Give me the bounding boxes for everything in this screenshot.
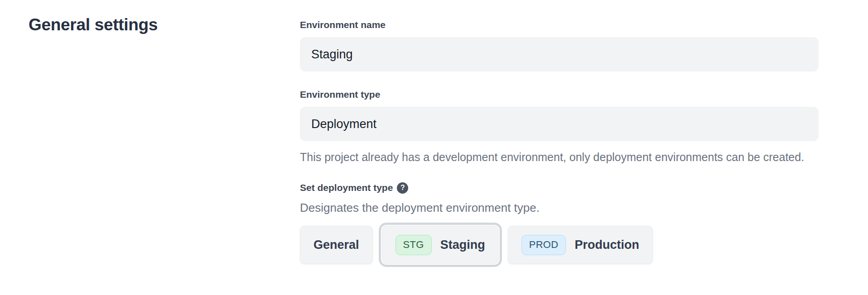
environment-name-field-group: Environment name (300, 19, 819, 71)
environment-type-input[interactable] (300, 107, 819, 141)
environment-type-field-group: Environment type This project already ha… (300, 89, 819, 166)
staging-badge: STG (395, 235, 432, 255)
option-staging-label: Staging (440, 238, 485, 252)
deployment-type-section: Set deployment type ? Designates the dep… (300, 182, 819, 268)
deployment-type-option-production[interactable]: PROD Production (508, 226, 653, 264)
question-mark-icon[interactable]: ? (397, 182, 408, 194)
option-production-label: Production (574, 238, 639, 252)
environment-type-help-text: This project already has a development e… (300, 149, 819, 166)
deployment-type-options: General STG Staging PROD Production (300, 222, 819, 268)
settings-form: Environment name Environment type This p… (300, 0, 819, 268)
deployment-type-label-row: Set deployment type ? (300, 182, 819, 194)
option-general-label: General (313, 238, 359, 252)
deployment-type-option-general[interactable]: General (300, 226, 373, 264)
deployment-type-label: Set deployment type (300, 182, 393, 194)
deployment-type-option-staging[interactable]: STG Staging (382, 226, 499, 264)
settings-heading-column: General settings (0, 0, 300, 268)
environment-name-input[interactable] (300, 37, 819, 71)
production-badge: PROD (521, 235, 566, 255)
environment-name-label: Environment name (300, 19, 819, 31)
environment-type-label: Environment type (300, 89, 819, 100)
page-title: General settings (29, 15, 300, 34)
settings-page: General settings Environment name Enviro… (0, 0, 868, 268)
deployment-type-description: Designates the deployment environment ty… (300, 200, 819, 215)
